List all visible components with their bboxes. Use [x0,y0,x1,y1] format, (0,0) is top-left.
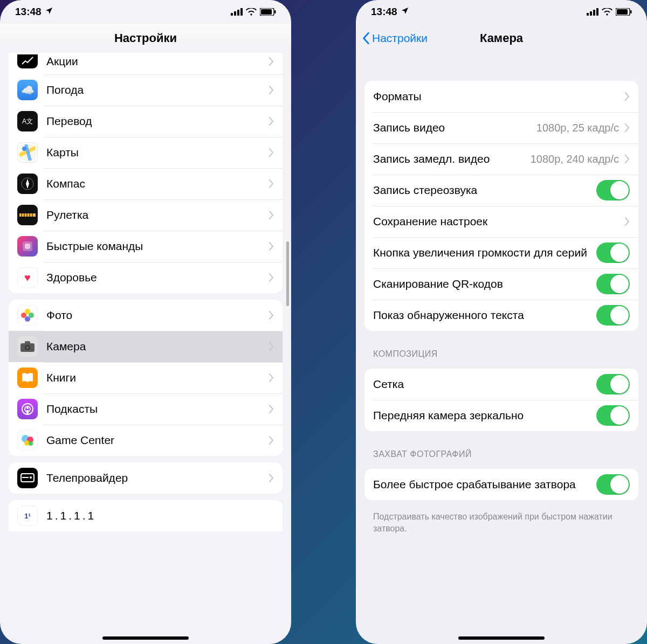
settings-row-label: Game Center [46,433,269,447]
row-grid[interactable]: Сетка [364,369,638,400]
svg-rect-6 [274,10,276,13]
settings-row-label: Камера [46,340,269,354]
settings-row-compass[interactable]: Компас [9,168,283,199]
wifi-icon [246,8,257,16]
scrollbar[interactable] [286,241,289,306]
svg-rect-35 [587,13,589,16]
back-label: Настройки [372,32,428,45]
status-time: 13:48 [371,6,397,18]
row-label: Запись замедл. видео [373,152,531,166]
settings-row-camera[interactable]: Камера [9,331,283,362]
row-volume-burst[interactable]: Кнопка увеличения громкости для серий [364,237,638,268]
settings-row-label: Карты [46,146,269,160]
toggle-stereo-audio[interactable] [596,180,630,200]
chevron-right-icon [269,211,274,219]
svg-rect-0 [231,13,233,16]
shortcuts-icon [17,236,38,257]
toggle-faster-shutter[interactable] [596,474,630,495]
svg-rect-37 [593,10,595,16]
measure-icon [17,205,38,225]
settings-row-label: 1.1.1.1 [46,509,274,523]
row-qr-scan[interactable]: Сканирование QR-кодов [364,268,638,300]
battery-icon [616,8,632,16]
row-record-video[interactable]: Запись видео 1080p, 25 кадр/с [364,112,638,143]
chevron-right-icon [269,57,274,66]
settings-row-label: Погода [46,83,269,97]
chevron-right-icon [269,148,274,157]
settings-row-label: Фото [46,308,269,322]
settings-group-4: 1¹ 1.1.1.1 [9,500,283,531]
settings-row-stocks[interactable]: Акции [9,53,283,74]
status-bar: 13:48 [0,0,291,24]
settings-row-label: Телепровайдер [46,471,269,485]
home-indicator[interactable] [102,636,189,640]
chevron-right-icon [269,273,274,282]
row-record-slomo[interactable]: Запись замедл. видео 1080p, 240 кадр/с [364,143,638,175]
svg-rect-3 [240,8,243,16]
status-bar: 13:48 [356,0,647,24]
svg-point-32 [29,441,33,446]
camera-settings-screen: 13:48 Настройки Камера Фор [356,0,647,644]
row-detail: 1080p, 25 кадр/с [536,122,619,134]
back-button[interactable]: Настройки [362,32,428,45]
svg-rect-17 [25,244,30,249]
row-formats[interactable]: Форматы [364,81,638,112]
tvprovider-icon [17,468,38,488]
chevron-right-icon [624,123,630,132]
chevron-right-icon [269,179,274,188]
app-1111-icon: 1¹ [17,505,38,526]
settings-row-label: Акции [46,54,269,68]
svg-rect-23 [25,341,30,344]
row-stereo-audio[interactable]: Запись стереозвука [364,175,638,206]
settings-row-1111[interactable]: 1¹ 1.1.1.1 [9,500,283,531]
settings-row-tvprovider[interactable]: Телепровайдер [9,462,283,494]
settings-row-label: Рулетка [46,208,269,222]
settings-row-gamecenter[interactable]: Game Center [9,425,283,456]
settings-row-podcasts[interactable]: Подкасты [9,393,283,425]
chevron-right-icon [269,242,274,251]
chevron-right-icon [269,436,274,445]
section-header-composition: КОМПОЗИЦИЯ [356,337,647,362]
toggle-qr-scan[interactable] [596,274,630,294]
row-detail: 1080p, 240 кадр/с [531,153,619,165]
home-indicator[interactable] [458,636,545,640]
row-detected-text[interactable]: Показ обнаруженного текста [364,300,638,331]
toggle-mirror-front[interactable] [596,405,630,426]
translate-icon: A文 [17,111,38,131]
svg-rect-41 [630,10,632,13]
settings-row-photos[interactable]: Фото [9,300,283,331]
row-label: Запись видео [373,121,536,135]
settings-row-measure[interactable]: Рулетка [9,199,283,231]
camera-group-composition: Сетка Передняя камера зеркально [364,369,638,431]
row-label: Сетка [373,377,596,391]
svg-point-25 [26,347,29,349]
settings-row-label: Книги [46,371,269,385]
settings-row-books[interactable]: Книги [9,362,283,393]
settings-row-translate[interactable]: A文 Перевод [9,106,283,137]
page-title: Настройки [114,31,177,45]
camera-icon [17,336,38,357]
row-mirror-front[interactable]: Передняя камера зеркально [364,400,638,431]
photos-icon [17,305,38,326]
settings-row-maps[interactable]: Карты [9,137,283,168]
svg-point-8 [22,147,26,151]
toggle-volume-burst[interactable] [596,243,630,263]
chevron-right-icon [269,373,274,382]
chevron-right-icon [624,217,630,226]
row-label: Запись стереозвука [373,183,596,197]
toggle-detected-text[interactable] [596,305,630,326]
chevron-right-icon [624,155,630,163]
gamecenter-icon [17,430,38,451]
location-icon [401,6,409,18]
settings-row-shortcuts[interactable]: Быстрые команды [9,231,283,262]
weather-icon: ☁️ [17,80,38,100]
row-faster-shutter[interactable]: Более быстрое срабатывание затвора [364,469,638,500]
row-label: Форматы [373,89,624,103]
settings-row-weather[interactable]: ☁️ Погода [9,74,283,106]
settings-row-label: Перевод [46,114,269,128]
settings-row-health[interactable]: ♥ Здоровье [9,262,283,293]
wifi-icon [602,8,612,16]
row-preserve-settings[interactable]: Сохранение настроек [364,206,638,237]
battery-icon [260,8,276,16]
toggle-grid[interactable] [596,374,630,394]
